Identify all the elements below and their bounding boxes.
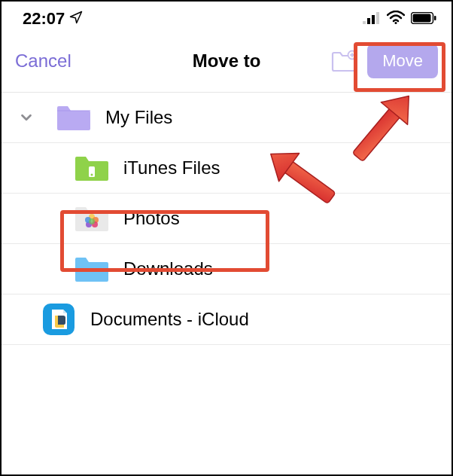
- folder-label: Photos: [123, 208, 180, 229]
- status-indicators: [363, 9, 436, 29]
- svg-rect-3: [376, 12, 379, 24]
- svg-rect-6: [413, 14, 431, 23]
- cancel-button[interactable]: Cancel: [15, 50, 71, 72]
- new-folder-icon[interactable]: [331, 50, 357, 72]
- svg-point-18: [89, 218, 95, 224]
- location-icon: [69, 9, 83, 29]
- svg-rect-0: [363, 21, 366, 24]
- folder-icon: [56, 103, 92, 132]
- svg-point-12: [91, 174, 93, 176]
- folder-row-my-files[interactable]: My Files: [2, 93, 451, 143]
- status-bar: 22:07: [2, 2, 451, 35]
- folder-label: My Files: [105, 107, 172, 128]
- folder-label: Downloads: [123, 258, 213, 279]
- documents-app-icon: [41, 305, 77, 334]
- downloads-folder-icon: [74, 255, 110, 283]
- folder-row-photos[interactable]: Photos: [2, 194, 451, 244]
- svg-point-4: [395, 22, 397, 24]
- folder-row-icloud[interactable]: Documents - iCloud: [2, 294, 451, 345]
- svg-rect-2: [372, 15, 375, 24]
- folder-row-downloads[interactable]: Downloads: [2, 244, 451, 294]
- status-time: 22:07: [23, 9, 65, 29]
- move-button[interactable]: Move: [367, 44, 438, 78]
- svg-rect-7: [434, 16, 436, 20]
- folder-label: Documents - iCloud: [90, 309, 249, 330]
- battery-icon: [411, 9, 436, 29]
- itunes-folder-icon: [74, 154, 110, 182]
- signal-icon: [363, 9, 381, 29]
- svg-rect-1: [367, 18, 370, 24]
- nav-bar: Cancel Move to Move: [2, 35, 451, 93]
- folder-label: iTunes Files: [123, 157, 220, 178]
- status-time-group: 22:07: [23, 9, 83, 29]
- photos-folder-icon: [74, 204, 110, 233]
- chevron-down-icon: [18, 109, 35, 126]
- folder-row-itunes[interactable]: iTunes Files: [2, 143, 451, 194]
- page-title: Move to: [193, 50, 261, 71]
- folder-list: My Files iTunes Files: [2, 93, 451, 345]
- wifi-icon: [387, 9, 405, 29]
